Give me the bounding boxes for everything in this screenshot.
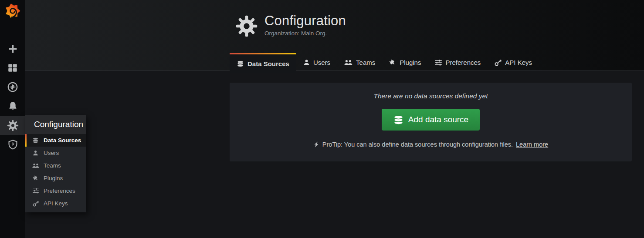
- flyout-item-label: Plugins: [44, 175, 63, 181]
- empty-state-message: There are no data sources defined yet: [374, 92, 488, 100]
- tab-label: Users: [313, 59, 330, 66]
- flyout-item-label: Teams: [44, 162, 61, 169]
- page-title: Configuration: [264, 13, 346, 29]
- flyout-item-label: Data Sources: [44, 137, 81, 144]
- sliders-icon: [32, 188, 39, 194]
- flyout-item-label: API Keys: [44, 200, 68, 207]
- tab-api-keys[interactable]: API Keys: [488, 53, 539, 70]
- tab-label: API Keys: [505, 59, 532, 66]
- tab-plugins[interactable]: Plugins: [382, 53, 428, 70]
- add-data-source-label: Add data source: [408, 115, 468, 124]
- tab-users[interactable]: Users: [296, 53, 337, 70]
- learn-more-link[interactable]: Learn more: [516, 141, 548, 148]
- plug-icon: [389, 59, 396, 66]
- flyout-item-preferences[interactable]: Preferences: [25, 184, 86, 197]
- tab-teams[interactable]: Teams: [337, 53, 382, 70]
- flyout-item-api-keys[interactable]: API Keys: [25, 197, 86, 210]
- gear-icon: [235, 15, 258, 37]
- flyout-item-plugins[interactable]: Plugins: [25, 172, 86, 184]
- tab-bar: Data Sources Users Teams Plugins Prefere…: [230, 53, 539, 73]
- tab-label: Plugins: [400, 59, 421, 66]
- plug-icon: [32, 175, 39, 181]
- users-icon: [344, 60, 353, 66]
- database-icon: [393, 114, 404, 125]
- gear-icon[interactable]: [0, 116, 25, 135]
- flyout-item-teams[interactable]: Teams: [25, 159, 86, 172]
- bolt-icon: [313, 141, 319, 147]
- content-area: There are no data sources defined yet Ad…: [25, 71, 644, 238]
- tab-label: Teams: [356, 59, 375, 66]
- database-icon: [32, 137, 39, 144]
- data-sources-panel: There are no data sources defined yet Ad…: [230, 83, 632, 161]
- page-subtitle: Organization: Main Org.: [264, 30, 346, 37]
- flyout-item-label: Users: [44, 150, 59, 156]
- tab-data-sources[interactable]: Data Sources: [230, 53, 296, 73]
- flyout-item-data-sources[interactable]: Data Sources: [25, 134, 86, 147]
- database-icon: [237, 60, 244, 67]
- user-icon: [32, 150, 39, 156]
- flyout-item-label: Preferences: [44, 188, 75, 194]
- tab-label: Preferences: [445, 59, 481, 66]
- key-icon: [32, 201, 39, 207]
- flyout-title: Configuration: [25, 115, 86, 134]
- user-icon: [303, 59, 310, 66]
- protip-text: ProTip: You can also define data sources…: [322, 141, 513, 148]
- flyout-item-users[interactable]: Users: [25, 147, 86, 159]
- users-icon: [32, 163, 39, 168]
- sidebar: [0, 0, 25, 238]
- tab-preferences[interactable]: Preferences: [428, 53, 488, 70]
- sliders-icon: [435, 60, 442, 66]
- plus-icon[interactable]: [0, 39, 25, 58]
- tab-label: Data Sources: [247, 60, 289, 67]
- grid-icon[interactable]: [0, 58, 25, 77]
- configuration-flyout-menu: Configuration Data Sources Users Teams P…: [25, 115, 86, 212]
- bell-icon[interactable]: [0, 97, 25, 116]
- add-data-source-button[interactable]: Add data source: [382, 109, 480, 131]
- key-icon: [495, 59, 502, 66]
- grafana-logo[interactable]: [0, 1, 25, 21]
- compass-icon[interactable]: [0, 77, 25, 97]
- shield-icon[interactable]: [0, 135, 25, 154]
